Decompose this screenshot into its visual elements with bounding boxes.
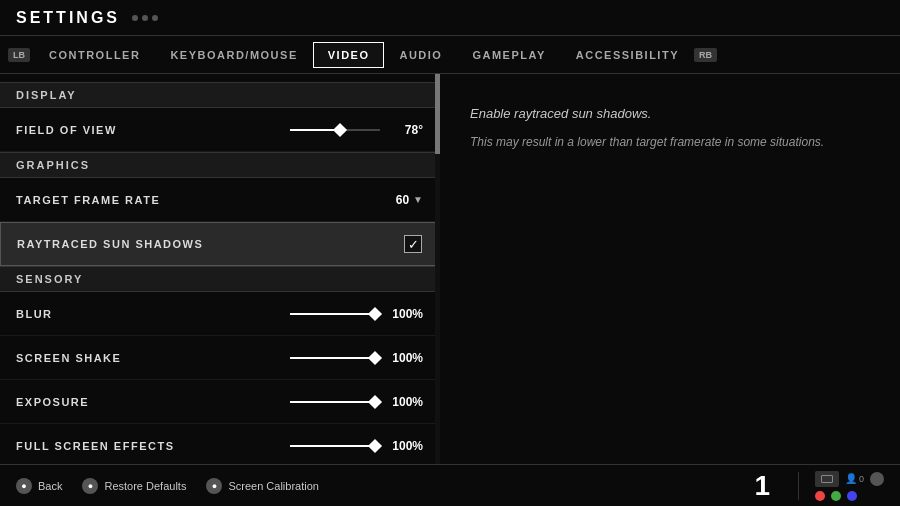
raytraced-sun-shadows-checkbox[interactable] [404, 235, 422, 253]
dot-2 [142, 15, 148, 21]
setting-blur[interactable]: BLUR 100% [0, 292, 439, 336]
blur-control[interactable]: 100% [290, 307, 423, 321]
target-frame-rate-label: TARGET FRAME RATE [16, 194, 396, 206]
footer-right-area: 1 👤 0 [754, 470, 884, 502]
dot-3 [152, 15, 158, 21]
full-screen-effects-control[interactable]: 100% [290, 439, 423, 453]
screen-shake-value: 100% [388, 351, 423, 365]
screen-calibration-label: Screen Calibration [228, 480, 319, 492]
restore-defaults-icon: ● [82, 478, 98, 494]
chat-bubble [821, 475, 833, 483]
setting-raytraced-sun-shadows[interactable]: RAYTRACED SUN SHADOWS [0, 222, 439, 266]
footer-divider [798, 472, 799, 500]
dropdown-arrow-icon: ▼ [413, 194, 423, 205]
footer-back-button[interactable]: ● Back [16, 478, 62, 494]
settings-panel-wrapper: DISPLAY FIELD OF VIEW 78° GRAPHICS TARGE… [0, 74, 440, 464]
raytraced-sun-shadows-control[interactable] [404, 235, 422, 253]
raytraced-sun-shadows-label: RAYTRACED SUN SHADOWS [17, 238, 404, 250]
blur-thumb[interactable] [368, 306, 382, 320]
exposure-thumb[interactable] [368, 394, 382, 408]
players-indicator: 👤 0 [845, 473, 864, 484]
full-screen-effects-track[interactable] [290, 445, 380, 447]
restore-defaults-label: Restore Defaults [104, 480, 186, 492]
field-of-view-thumb[interactable] [332, 122, 346, 136]
full-screen-effects-value: 100% [388, 439, 423, 453]
back-button-label: Back [38, 480, 62, 492]
tab-video[interactable]: VIDEO [313, 42, 385, 68]
nav-tabs-bar: LB CONTROLLER KEYBOARD/MOUSE VIDEO AUDIO… [0, 36, 900, 74]
status-green [831, 491, 841, 501]
screen-shake-label: SCREEN SHAKE [16, 352, 290, 364]
players-count: 0 [859, 474, 864, 484]
setting-field-of-view[interactable]: FIELD OF VIEW 78° [0, 108, 439, 152]
target-frame-rate-value: 60 [396, 193, 409, 207]
field-of-view-control[interactable]: 78° [290, 123, 423, 137]
status-blue [847, 491, 857, 501]
section-sensory: SENSORY [0, 266, 439, 292]
info-primary-text: Enable raytraced sun shadows. [470, 104, 870, 125]
tab-gameplay[interactable]: GAMEPLAY [457, 42, 560, 68]
right-badge: RB [694, 48, 717, 62]
footer-icon-panel: 👤 0 [815, 471, 884, 501]
footer-icons-bottom [815, 491, 884, 501]
footer-icons-top: 👤 0 [815, 471, 884, 487]
exposure-control[interactable]: 100% [290, 395, 423, 409]
tab-audio[interactable]: AUDIO [384, 42, 457, 68]
left-badge: LB [8, 48, 30, 62]
blur-label: BLUR [16, 308, 290, 320]
info-secondary-text: This may result in a lower than target f… [470, 133, 870, 152]
setting-full-screen-effects[interactable]: FULL SCREEN EFFECTS 100% [0, 424, 439, 464]
main-content: DISPLAY FIELD OF VIEW 78° GRAPHICS TARGE… [0, 74, 900, 464]
footer-bar: ● Back ● Restore Defaults ● Screen Calib… [0, 464, 900, 506]
setting-exposure[interactable]: EXPOSURE 100% [0, 380, 439, 424]
section-display: DISPLAY [0, 82, 439, 108]
full-screen-effects-label: FULL SCREEN EFFECTS [16, 440, 290, 452]
status-red [815, 491, 825, 501]
settings-header: SETTINGS [0, 0, 900, 36]
info-panel: Enable raytraced sun shadows. This may r… [440, 74, 900, 464]
back-button-icon: ● [16, 478, 32, 494]
header-decoration [132, 15, 158, 21]
screen-shake-control[interactable]: 100% [290, 351, 423, 365]
chat-icon [815, 471, 839, 487]
blur-track[interactable] [290, 313, 380, 315]
field-of-view-value: 78° [388, 123, 423, 137]
screen-calibration-icon: ● [206, 478, 222, 494]
section-graphics: GRAPHICS [0, 152, 439, 178]
tab-keyboard-mouse[interactable]: KEYBOARD/MOUSE [155, 42, 312, 68]
screen-shake-thumb[interactable] [368, 350, 382, 364]
page-number: 1 [754, 470, 770, 502]
field-of-view-track[interactable] [290, 129, 380, 131]
full-screen-effects-thumb[interactable] [368, 438, 382, 452]
footer-restore-defaults-button[interactable]: ● Restore Defaults [82, 478, 186, 494]
exposure-track[interactable] [290, 401, 380, 403]
target-frame-rate-control[interactable]: 60 ▼ [396, 193, 423, 207]
settings-title: SETTINGS [16, 9, 120, 27]
exposure-value: 100% [388, 395, 423, 409]
players-icon: 👤 [845, 473, 857, 484]
blur-value: 100% [388, 307, 423, 321]
settings-panel: DISPLAY FIELD OF VIEW 78° GRAPHICS TARGE… [0, 74, 440, 464]
exposure-label: EXPOSURE [16, 396, 290, 408]
dot-1 [132, 15, 138, 21]
footer-actions: ● Back ● Restore Defaults ● Screen Calib… [16, 478, 754, 494]
footer-screen-calibration-button[interactable]: ● Screen Calibration [206, 478, 319, 494]
gear-icon [870, 472, 884, 486]
scrollbar-thumb[interactable] [435, 74, 440, 154]
screen-shake-track[interactable] [290, 357, 380, 359]
panel-scrollbar[interactable] [435, 74, 440, 464]
field-of-view-label: FIELD OF VIEW [16, 124, 290, 136]
tab-controller[interactable]: CONTROLLER [34, 42, 155, 68]
setting-target-frame-rate[interactable]: TARGET FRAME RATE 60 ▼ [0, 178, 439, 222]
setting-screen-shake[interactable]: SCREEN SHAKE 100% [0, 336, 439, 380]
tab-accessibility[interactable]: ACCESSIBILITY [561, 42, 694, 68]
